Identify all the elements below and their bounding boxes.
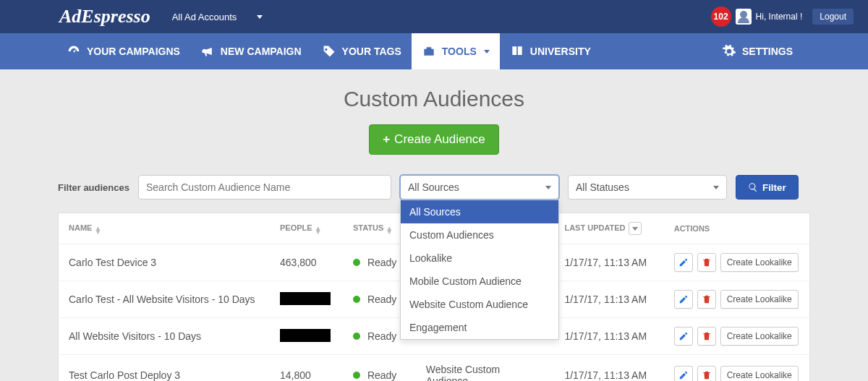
delete-button[interactable]: [697, 366, 716, 381]
chevron-down-icon: [257, 15, 263, 19]
filter-button[interactable]: Filter: [736, 175, 799, 200]
cell-actions: Create Lookalike: [664, 281, 810, 318]
cell-people: [270, 318, 343, 355]
nav-label: YOUR TAGS: [342, 46, 401, 57]
nav-label: YOUR CAMPAIGNS: [87, 46, 180, 57]
source-dropdown: All Sources Custom Audiences Lookalike M…: [400, 200, 559, 340]
nav-label: TOOLS: [442, 46, 477, 57]
plus-icon: +: [383, 132, 390, 146]
cell-name: Test Carlo Post Deploy 3: [59, 355, 271, 382]
nav-label: NEW CAMPAIGN: [221, 46, 302, 57]
create-lookalike-button[interactable]: Create Lookalike: [720, 366, 799, 381]
source-select[interactable]: All Sources All Sources Custom Audiences…: [400, 175, 559, 200]
menubar: YOUR CAMPAIGNS NEW CAMPAIGN YOUR TAGS TO…: [0, 33, 868, 69]
status-dot-icon: [353, 372, 360, 379]
filter-label: Filter audiences: [58, 182, 129, 193]
delete-button[interactable]: [697, 327, 716, 346]
cell-updated: 1/17/17, 11:13 AM: [554, 281, 663, 318]
nav-new-campaign[interactable]: NEW CAMPAIGN: [190, 33, 312, 69]
logo: AdEspresso: [59, 6, 150, 27]
source-option[interactable]: Lookalike: [401, 247, 558, 270]
source-select-value: All Sources: [408, 181, 459, 193]
gear-icon: [722, 44, 736, 59]
notification-badge[interactable]: 102: [711, 7, 731, 27]
col-actions: ACTIONS: [664, 213, 810, 244]
source-option[interactable]: Custom Audiences: [401, 223, 558, 247]
create-lookalike-button[interactable]: Create Lookalike: [720, 253, 799, 272]
edit-button[interactable]: [674, 366, 693, 381]
book-icon: [510, 44, 524, 59]
status-select-value: All Statuses: [576, 181, 629, 193]
table-row: Test Carlo Post Deploy 314,800ReadyWebsi…: [59, 355, 810, 382]
cell-actions: Create Lookalike: [664, 318, 810, 355]
account-selector[interactable]: All Ad Accounts: [172, 12, 263, 22]
pencil-icon: [678, 294, 689, 304]
status-select[interactable]: All Statuses: [568, 175, 727, 200]
create-lookalike-button[interactable]: Create Lookalike: [720, 327, 799, 346]
nav-label: UNIVERSITY: [530, 46, 591, 57]
pencil-icon: [678, 370, 689, 380]
cell-people: [270, 281, 343, 318]
trash-icon: [702, 294, 712, 304]
chevron-down-icon: [545, 186, 551, 189]
source-option[interactable]: All Sources: [401, 200, 558, 223]
status-dot-icon: [353, 259, 360, 266]
cell-status: Ready: [343, 355, 416, 382]
greeting: Hi, Internal !: [756, 12, 803, 22]
cell-people: 14,800: [270, 355, 343, 382]
status-dot-icon: [353, 333, 360, 340]
cell-source: Website Custom Audience: [416, 355, 555, 382]
cell-actions: Create Lookalike: [664, 355, 810, 382]
logout-button[interactable]: Logout: [812, 9, 854, 25]
col-last-updated[interactable]: LAST UPDATED: [554, 213, 663, 244]
nav-label: SETTINGS: [742, 46, 793, 57]
redacted-value: [280, 329, 331, 342]
cell-actions: Create Lookalike: [664, 244, 810, 281]
edit-button[interactable]: [674, 327, 693, 346]
create-button-label: Create Audience: [394, 132, 485, 146]
trash-icon: [702, 331, 712, 341]
search-icon: [748, 182, 758, 192]
nav-tools[interactable]: TOOLS: [412, 33, 500, 69]
delete-button[interactable]: [697, 253, 716, 272]
content: Custom Audiences +Create Audience Filter…: [0, 69, 868, 381]
cell-name: Carlo Test Device 3: [59, 244, 271, 281]
delete-button[interactable]: [697, 290, 716, 309]
filter-button-label: Filter: [762, 182, 786, 193]
pencil-icon: [678, 257, 689, 267]
cell-updated: 1/17/17, 11:13 AM: [554, 318, 663, 355]
cell-name: All Website Visitors - 10 Days: [59, 318, 271, 355]
chevron-down-icon: [713, 186, 719, 189]
cell-updated: 1/17/17, 11:13 AM: [554, 244, 663, 281]
edit-button[interactable]: [674, 253, 693, 272]
source-option[interactable]: Engagement: [401, 316, 558, 339]
cell-name: Carlo Test - All Website Visitors - 10 D…: [59, 281, 271, 318]
search-input[interactable]: [138, 175, 391, 200]
source-option[interactable]: Website Custom Audience: [401, 293, 558, 316]
redacted-value: [280, 292, 331, 305]
sort-menu-button[interactable]: [629, 222, 642, 235]
nav-your-campaigns[interactable]: YOUR CAMPAIGNS: [56, 33, 190, 69]
col-name[interactable]: NAME: [59, 213, 271, 244]
nav-your-tags[interactable]: YOUR TAGS: [312, 33, 412, 69]
create-audience-button[interactable]: +Create Audience: [369, 124, 499, 155]
page-title: Custom Audiences: [58, 87, 810, 111]
topbar: AdEspresso All Ad Accounts 102 Hi, Inter…: [0, 0, 868, 33]
trash-icon: [702, 370, 712, 380]
cell-updated: 1/17/17, 11:13 AM: [554, 355, 663, 382]
nav-university[interactable]: UNIVERSITY: [500, 33, 601, 69]
trash-icon: [702, 257, 712, 267]
pencil-icon: [678, 331, 689, 341]
status-dot-icon: [353, 296, 360, 303]
chevron-down-icon: [484, 50, 490, 53]
avatar-icon[interactable]: [736, 9, 752, 25]
dashboard-icon: [67, 44, 81, 59]
create-lookalike-button[interactable]: Create Lookalike: [720, 290, 799, 309]
sort-icon: [94, 226, 101, 234]
edit-button[interactable]: [674, 290, 693, 309]
col-people[interactable]: PEOPLE: [270, 213, 343, 244]
toolbox-icon: [422, 44, 436, 59]
nav-settings[interactable]: SETTINGS: [712, 33, 803, 69]
source-option[interactable]: Mobile Custom Audience: [401, 270, 558, 293]
tag-icon: [322, 44, 336, 59]
